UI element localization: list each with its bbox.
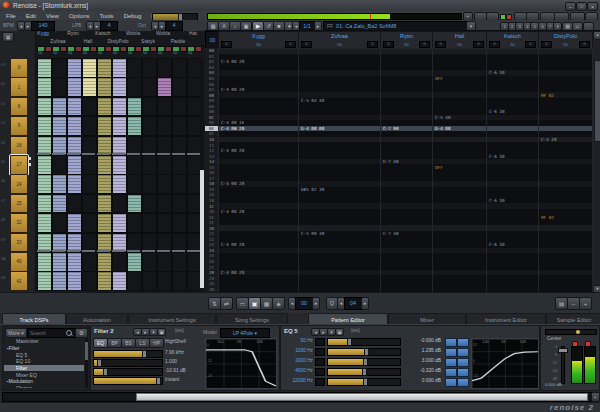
track-solo-box[interactable]: 0 — [579, 41, 590, 48]
pattern-note-cell[interactable]: OFF — [435, 164, 485, 170]
bottom-scrollbar[interactable] — [2, 392, 592, 402]
matrix-block-3-5[interactable] — [82, 155, 97, 175]
pattern-note-cell[interactable]: C-4 00 20 — [221, 270, 297, 276]
matrix-block-6-2[interactable] — [127, 97, 142, 117]
matrix-block-9-6[interactable] — [172, 174, 187, 194]
pattern-note-cell[interactable]: C-4 00 20 — [221, 87, 297, 93]
pattern-note-cell[interactable]: C-6 30 — [489, 242, 537, 248]
matrix-block-7-8[interactable] — [142, 213, 157, 233]
pattern-track-header-0[interactable]: Kygg0500 — [218, 31, 299, 49]
matrix-block-6-10[interactable] — [127, 252, 142, 272]
filter-model-dropdown[interactable]: LP 4Pole ▾ — [220, 328, 270, 338]
matrix-block-0-11[interactable] — [37, 271, 52, 291]
matrix-block-6-11[interactable] — [127, 271, 142, 291]
matrix-block-0-10[interactable] — [37, 252, 52, 272]
matrix-block-5-0[interactable] — [112, 58, 127, 78]
matrix-block-1-7[interactable] — [52, 194, 67, 214]
matrix-block-4-7[interactable] — [97, 194, 112, 214]
matrix-block-0-3[interactable] — [37, 116, 52, 136]
device-list-item-eq-10[interactable]: EQ 10 — [4, 358, 84, 365]
browser-settings-gear-icon[interactable]: ⚙ — [75, 328, 88, 338]
pattern-note-cell[interactable]: 9F 02 — [541, 92, 591, 98]
matrix-block-5-5[interactable] — [112, 155, 127, 175]
add-column-button[interactable]: + — [579, 297, 592, 310]
eq-band-left-button-3[interactable] — [445, 368, 457, 377]
eq-band-right-button-2[interactable] — [457, 358, 469, 367]
matrix-block-2-0[interactable] — [67, 58, 82, 78]
matrix-block-6-7[interactable] — [127, 194, 142, 214]
eq-bypass-button[interactable]: ▣ — [335, 328, 344, 336]
pattern-note-cell[interactable]: C-7 40 — [383, 231, 431, 237]
matrix-block-8-3[interactable] — [157, 116, 172, 136]
matrix-block-7-1[interactable] — [142, 77, 157, 97]
sequencer-pattern-41[interactable]: 41 — [10, 271, 28, 291]
minimize-button[interactable]: – — [565, 2, 576, 11]
track-solo-box[interactable]: 0 — [285, 41, 296, 48]
matrix-block-4-11[interactable] — [97, 271, 112, 291]
sequencer-pattern-8[interactable]: 8 — [10, 97, 28, 117]
matrix-block-5-8[interactable] — [112, 213, 127, 233]
sequencer-pattern-40[interactable]: 40 — [10, 252, 28, 272]
close-button[interactable]: × — [587, 2, 598, 11]
bottom-scrollbar-end-button[interactable]: ▪ — [591, 392, 600, 402]
pattern-note-cell[interactable]: C-6 30 — [489, 109, 537, 115]
matrix-block-8-8[interactable] — [157, 213, 172, 233]
pattern-note-cell[interactable]: C-4 00 20 — [221, 59, 297, 65]
matrix-block-2-3[interactable] — [67, 116, 82, 136]
matrix-block-9-2[interactable] — [172, 97, 187, 117]
matrix-block-1-11[interactable] — [52, 271, 67, 291]
matrix-block-3-0[interactable] — [82, 58, 97, 78]
matrix-block-7-7[interactable] — [142, 194, 157, 214]
pattern-note-cell[interactable]: C-7 90 — [383, 126, 431, 132]
sequencer-pattern-25[interactable]: 25 — [10, 194, 28, 214]
spin1-up-button[interactable]: ▸ — [312, 297, 320, 310]
pattern-note-cell[interactable]: OFF — [435, 76, 485, 82]
matrix-block-8-10[interactable] — [157, 252, 172, 272]
pattern-note-cell[interactable]: C-4 00 20 — [221, 181, 297, 187]
filter-device-title[interactable]: Filter 2 — [94, 328, 114, 334]
matrix-block-3-11[interactable] — [82, 271, 97, 291]
matrix-block-6-1[interactable] — [127, 77, 142, 97]
eq-band-slider-3[interactable] — [327, 368, 401, 376]
sequencer-pattern-17[interactable]: 17 — [10, 155, 28, 175]
filter-type-bs[interactable]: BS — [121, 338, 136, 348]
filter-slider-1[interactable] — [93, 359, 163, 367]
eq-band-slider-4[interactable] — [327, 378, 401, 386]
matrix-block-0-7[interactable] — [37, 194, 52, 214]
track-solo-box[interactable]: 0 — [367, 41, 378, 48]
pattern-note-cell[interactable]: C-4 00 20 — [221, 242, 297, 248]
pattern-track-header-4[interactable]: Katsch0500 — [486, 31, 539, 49]
matrix-block-7-5[interactable] — [142, 155, 157, 175]
matrix-block-3-10[interactable] — [82, 252, 97, 272]
matrix-block-1-5[interactable] — [52, 155, 67, 175]
sequencer-pattern-9[interactable]: 9 — [10, 116, 28, 136]
eq-band-right-button-0[interactable] — [457, 338, 469, 347]
matrix-block-1-8[interactable] — [52, 213, 67, 233]
browser-scrollbar[interactable] — [85, 338, 88, 388]
matrix-block-6-5[interactable] — [127, 155, 142, 175]
eq-band-left-button-0[interactable] — [445, 338, 457, 347]
matrix-block-0-0[interactable] — [37, 58, 52, 78]
matrix-scrollbar-thumb[interactable] — [200, 170, 204, 288]
matrix-block-7-6[interactable] — [142, 174, 157, 194]
pattern-track-header-3[interactable]: Hall0500 — [432, 31, 487, 49]
filter-type-ls[interactable]: LS — [135, 338, 150, 348]
matrix-block-0-5[interactable] — [37, 155, 52, 175]
eq-band-q-box-2[interactable]: · — [315, 358, 325, 366]
filter-slider-2[interactable] — [93, 368, 163, 376]
pattern-scrollbar-thumb[interactable] — [594, 60, 600, 142]
seq-loop-marker[interactable] — [28, 157, 31, 160]
matrix-block-7-0[interactable] — [142, 58, 157, 78]
matrix-block-0-2[interactable] — [37, 97, 52, 117]
device-list-item-mixer-eq[interactable]: Mixer EQ — [4, 371, 84, 378]
matrix-block-7-10[interactable] — [142, 252, 157, 272]
width-slider-dot[interactable] — [576, 330, 580, 334]
filter-type-hp[interactable]: HP — [149, 338, 164, 348]
pattern-note-cell[interactable]: 9F 02 — [541, 214, 591, 220]
sequencer-pattern-1[interactable]: 1 — [10, 77, 28, 97]
pattern-scroll-up-button[interactable]: ▲ — [593, 31, 600, 40]
sequencer-pattern-33[interactable]: 33 — [10, 233, 28, 253]
device-list-item-filter[interactable]: Filter — [4, 365, 84, 372]
matrix-block-9-10[interactable] — [172, 252, 187, 272]
matrix-block-6-6[interactable] — [127, 174, 142, 194]
